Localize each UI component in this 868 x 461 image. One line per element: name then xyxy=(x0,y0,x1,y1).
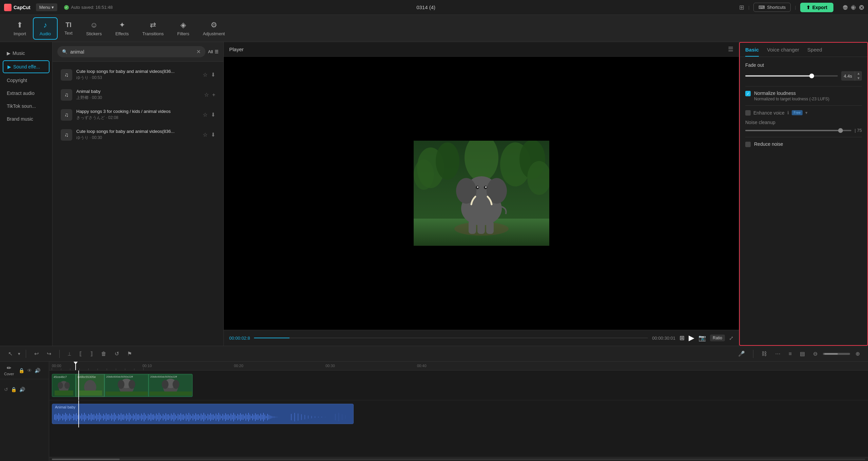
noise-cleanup-slider[interactable] xyxy=(745,130,851,131)
enhance-checkbox[interactable] xyxy=(745,110,751,116)
cover-button[interactable]: ✏ Cover xyxy=(4,365,14,376)
music-arrow: ▶ xyxy=(7,51,11,56)
fade-out-slider[interactable] xyxy=(745,75,838,77)
list-item[interactable]: ♫ Animal baby 上野椰 · 00:30 ☆ + xyxy=(55,85,221,104)
fade-out-thumb[interactable] xyxy=(809,74,814,78)
audio-track-sync-icon[interactable]: ↺ xyxy=(4,387,8,392)
reduce-noise-row: Reduce noise xyxy=(745,141,862,147)
split-track-button[interactable]: ⋯ xyxy=(772,348,783,359)
maximize-button[interactable]: ❐ xyxy=(851,5,856,10)
minimize-button[interactable]: — xyxy=(843,5,848,10)
tool-import[interactable]: ⬆ Import xyxy=(7,17,33,40)
tool-text[interactable]: TI Text xyxy=(58,18,79,39)
download-icon[interactable]: ⬇ xyxy=(211,132,215,138)
noise-cleanup-thumb[interactable] xyxy=(838,128,843,133)
video-clip-1[interactable]: 45ce46c7 xyxy=(52,374,76,397)
video-clip-2[interactable]: 149bc55305e xyxy=(76,374,104,397)
zoom-slider[interactable] xyxy=(823,353,850,355)
favorite-icon[interactable]: ☆ xyxy=(203,72,208,78)
select-tool[interactable]: ↖ xyxy=(5,348,15,359)
cover-edit-icon: ✏ xyxy=(7,365,11,371)
audio-nav-extract[interactable]: Extract audio xyxy=(0,87,52,100)
filter-button[interactable]: All ☰ xyxy=(208,49,219,54)
audio-nav-music[interactable]: ▶ Music xyxy=(0,47,52,60)
tab-speed[interactable]: Speed xyxy=(807,47,822,57)
search-input[interactable] xyxy=(70,49,194,55)
favorite-icon[interactable]: ☆ xyxy=(203,112,208,118)
info-icon[interactable]: ℹ xyxy=(787,110,789,115)
grid-view-button[interactable]: ⊞ xyxy=(679,334,685,342)
scrollbar-track[interactable] xyxy=(52,459,865,460)
fade-out-decrease[interactable]: ▼ xyxy=(855,76,862,81)
trim-tool-left[interactable]: ⟦ xyxy=(77,348,85,359)
fade-out-arrows: ▲ ▼ xyxy=(855,71,862,81)
zoom-in-button[interactable]: ⊕ xyxy=(853,348,863,359)
download-icon[interactable]: ⬇ xyxy=(211,72,215,78)
volume-icon[interactable]: 🔊 xyxy=(35,368,40,373)
menu-button[interactable]: Menu ▾ xyxy=(36,3,58,11)
tool-filters[interactable]: ◈ Filters xyxy=(171,17,196,40)
split-tool[interactable]: ⟂ xyxy=(65,349,74,359)
play-button[interactable]: ▶ xyxy=(689,334,694,342)
normalize-checkbox[interactable] xyxy=(745,91,751,96)
redo-button[interactable]: ↪ xyxy=(44,348,54,359)
zoom-out-button[interactable]: ⊖ xyxy=(810,348,820,359)
tool-audio[interactable]: ♪ Audio xyxy=(33,17,58,40)
list-item[interactable]: ♫ Happy songs 3 for cooking / kids / ani… xyxy=(55,105,221,124)
favorite-icon[interactable]: ☆ xyxy=(203,132,208,138)
trim-tool-right[interactable]: ⟧ xyxy=(87,348,96,359)
export-button[interactable]: ⬆ Export xyxy=(800,3,833,12)
scrollbar-thumb[interactable] xyxy=(52,459,120,460)
delete-tool[interactable]: 🗑 xyxy=(98,349,109,359)
close-button[interactable]: ✕ xyxy=(859,5,864,10)
clip-label-2: 149bc55305e xyxy=(77,375,96,379)
lock-icon[interactable]: 🔒 xyxy=(19,368,24,373)
tab-basic[interactable]: Basic xyxy=(745,47,759,57)
tool-transitions[interactable]: ⇄ Transitions xyxy=(136,17,171,40)
top-right-controls: ⊞ | ⌨ Shortcuts | ⬆ Export — ❐ ✕ xyxy=(739,3,864,12)
flag-tool[interactable]: ⚑ xyxy=(124,348,135,359)
audio-nav-tiktok[interactable]: TikTok soun... xyxy=(0,100,52,113)
audio-track-lock-icon[interactable]: 🔒 xyxy=(11,387,17,392)
audio-nav-sound-effects[interactable]: ▶ Sound effe... xyxy=(3,60,50,73)
list-item[interactable]: ♫ Cute loop songs for baby and animal vi… xyxy=(55,65,221,84)
rotate-tool[interactable]: ↺ xyxy=(112,348,122,359)
ratio-button[interactable]: Ratio xyxy=(710,335,725,341)
audio-clip[interactable]: Animal baby xyxy=(52,404,354,424)
link-button[interactable]: ⛓ xyxy=(759,349,770,359)
tool-effects[interactable]: ✦ Effects xyxy=(108,17,136,40)
add-icon[interactable]: + xyxy=(212,92,215,98)
audio-actions: ☆ ⬇ xyxy=(203,112,215,118)
select-dropdown[interactable]: ▾ xyxy=(18,351,20,356)
audio-nav-brand[interactable]: Brand music xyxy=(0,113,52,125)
logo: CapCut xyxy=(4,4,31,11)
fade-out-increase[interactable]: ▲ xyxy=(855,71,862,76)
download-icon[interactable]: ⬇ xyxy=(211,112,215,118)
fullscreen-button[interactable]: ⤢ xyxy=(729,335,733,341)
audio-title: Animal baby xyxy=(76,89,200,94)
caption-button[interactable]: ▤ xyxy=(797,348,808,359)
list-item[interactable]: ♫ Cute loop songs for baby and animal vi… xyxy=(55,125,221,144)
shortcuts-button[interactable]: ⌨ Shortcuts xyxy=(753,3,791,12)
tool-adjustment[interactable]: ⚙ Adjustment xyxy=(196,17,232,40)
snapshot-button[interactable]: 📷 xyxy=(698,334,706,342)
video-clip-3[interactable]: 20b8c600dc5050e22ff xyxy=(104,374,149,397)
layout-icon[interactable]: ⊞ xyxy=(739,4,744,11)
expand-icon[interactable]: ▾ xyxy=(805,110,808,115)
progress-bar[interactable] xyxy=(254,338,648,338)
audio-track-volume-icon[interactable]: 🔊 xyxy=(19,387,25,392)
video-clip-4[interactable]: 20b8c600dc5050e22ff xyxy=(149,374,193,397)
audio-nav-copyright[interactable]: Copyright xyxy=(0,74,52,87)
player-menu-icon[interactable]: ☰ xyxy=(728,45,733,53)
tab-voice-changer[interactable]: Voice changer xyxy=(767,47,799,57)
clip-label-3: 20b8c600dc5050e22ff xyxy=(106,375,133,378)
tool-stickers[interactable]: ☺ Stickers xyxy=(79,17,108,40)
reduce-noise-checkbox[interactable] xyxy=(745,142,751,147)
audio-align-button[interactable]: ≡ xyxy=(786,349,794,359)
mic-button[interactable]: 🎤 xyxy=(735,348,748,359)
eye-icon[interactable]: 👁 xyxy=(27,368,32,373)
player-controls: 00:00:02:8 00:00:30:01 ⊞ ▶ 📷 Ratio ⤢ xyxy=(224,330,739,346)
favorite-icon[interactable]: ☆ xyxy=(204,92,209,98)
search-clear-button[interactable]: ✕ xyxy=(196,48,201,55)
undo-button[interactable]: ↩ xyxy=(32,348,41,359)
